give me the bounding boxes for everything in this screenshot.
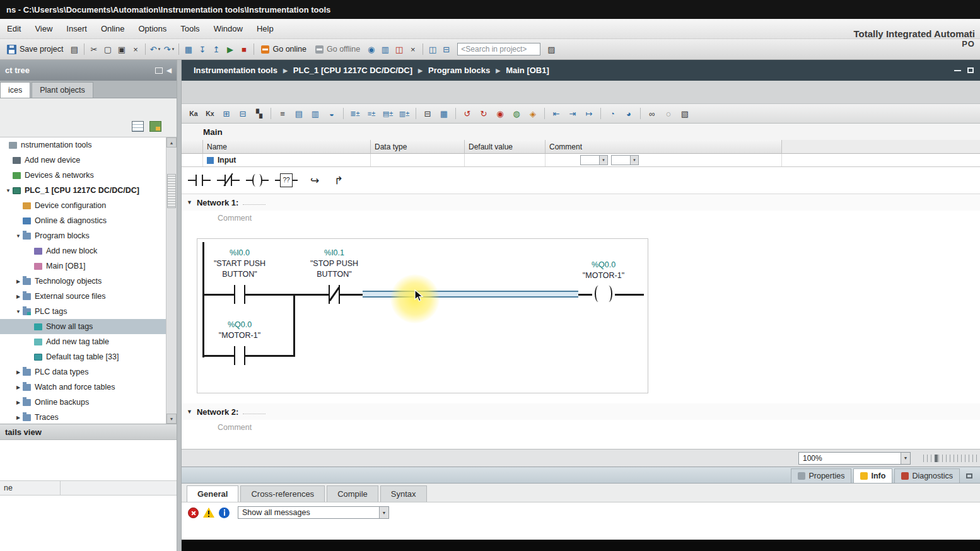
nc-contact-stop-button[interactable] (329, 285, 340, 304)
collapse-panel-icon[interactable]: ◀ (166, 67, 172, 74)
snapshot-icon[interactable]: ◌ (662, 107, 675, 120)
edit-absolute-icon[interactable]: ⇥ (566, 107, 580, 120)
operand-address[interactable]: %I0.1 (303, 248, 366, 258)
pin-panel-icon[interactable] (155, 67, 163, 74)
menu-item[interactable]: View (28, 19, 59, 38)
expander-arrow-icon[interactable]: ▶ (14, 415, 23, 420)
tree-item[interactable]: ▼ PLC_1 [CPU 1217C DC/DC/DC] (0, 183, 177, 198)
inline-dropdown[interactable]: ▼ (580, 155, 608, 165)
expand-panel-icon[interactable] (964, 468, 975, 483)
breadcrumb-segment[interactable]: ▶ PLC_1 [CPU 1217C DC/DC/DC] (283, 66, 412, 75)
message-filter-dropdown[interactable]: Show all messages ▼ (238, 506, 389, 519)
compare-offline-online-icon[interactable]: ◫ (393, 43, 405, 55)
info-filter-icon[interactable] (219, 508, 230, 518)
scroll-up-icon[interactable]: ▲ (166, 137, 177, 148)
split-columns-icon[interactable]: ▤ (292, 107, 306, 120)
status-display-icon[interactable]: ▦ (437, 107, 451, 120)
favorites-toggle-icon[interactable]: ⊟ (421, 107, 435, 120)
collapse-network-icon[interactable]: ▼ (187, 199, 192, 206)
open-comments-icon[interactable]: ▤± (381, 107, 395, 120)
network-2-comment[interactable]: Comment (182, 420, 980, 435)
tree-item[interactable]: Devices & networks (0, 168, 177, 183)
output-coil-motor[interactable] (592, 284, 615, 304)
menu-item[interactable]: Window (207, 19, 250, 38)
panel-tab[interactable]: Properties (791, 468, 851, 483)
split-editor-vertical-icon[interactable]: ◫ (426, 43, 439, 55)
tree-item[interactable]: Add new device (0, 153, 177, 168)
cut-icon[interactable]: ✂ (88, 43, 100, 55)
info-subtab[interactable]: Cross-references (240, 485, 325, 502)
tree-item[interactable]: Device configuration (0, 198, 177, 213)
print-icon[interactable]: ▤ (68, 43, 81, 55)
tree-item[interactable]: Show all tags (0, 319, 177, 334)
interface-row[interactable]: Input ▼ ▼ (182, 154, 980, 166)
chevron-down-icon[interactable]: ▼ (630, 156, 638, 165)
branch-wire[interactable] (202, 355, 295, 357)
undo-icon[interactable]: ↶▼ (149, 43, 161, 55)
tree-item[interactable]: Default tag table [33] (0, 349, 177, 364)
start-cpu-icon[interactable]: ▶ (224, 43, 236, 55)
tree-scrollbar[interactable]: ▲ ▼ (166, 137, 177, 424)
operand-name[interactable]: "STOP PUSH BUTTON" (303, 258, 366, 280)
details-view-header[interactable]: tails view (0, 424, 177, 440)
save-project-button[interactable]: Save project (3, 45, 67, 54)
nc-contact-icon[interactable] (216, 171, 241, 189)
download-to-device-icon[interactable]: ↧ (196, 43, 209, 55)
expander-arrow-icon[interactable]: ▶ (14, 294, 23, 299)
chevron-down-icon[interactable]: ▼ (901, 453, 910, 464)
split-editor-horizontal-icon[interactable]: ⊟ (440, 43, 453, 55)
operand-address[interactable]: %Q0.0 (572, 260, 635, 270)
collapse-network-icon[interactable]: ▼ (187, 409, 192, 415)
paste-icon[interactable]: ▣ (115, 43, 128, 55)
panel-tab[interactable]: Info (853, 468, 892, 483)
float-panel-icon[interactable] (967, 67, 974, 73)
symbolic-operands-icon[interactable]: Kx (203, 107, 217, 120)
empty-box-icon[interactable]: ?? (274, 171, 299, 189)
warning-filter-icon[interactable] (203, 508, 214, 518)
compile-icon[interactable]: ▦ (182, 43, 195, 55)
panel-splitter[interactable] (177, 81, 182, 551)
monitoring-on-icon[interactable]: ◔ (605, 107, 619, 120)
info-subtab[interactable]: Syntax (380, 485, 427, 502)
menu-item[interactable]: Online (94, 19, 132, 38)
column-header[interactable]: Data type (371, 140, 465, 154)
insert-connection-icon[interactable]: ▚ (252, 107, 266, 120)
tree-item[interactable]: ▼ Program blocks (0, 228, 177, 243)
breadcrumb-segment[interactable]: Instrumentation tools (188, 66, 277, 75)
tree-item[interactable]: nstrumentation tools (0, 137, 177, 153)
delete-icon[interactable]: × (129, 43, 142, 55)
network-1-comment[interactable]: Comment (182, 211, 980, 226)
tree-item[interactable]: Online & diagnostics (0, 213, 177, 228)
goto-definition-icon[interactable]: ◉ (493, 107, 507, 120)
start-simulation-icon[interactable]: ▥ (379, 43, 392, 55)
absolute-operands-icon[interactable]: Ka (187, 107, 201, 120)
library-view-icon[interactable]: ▨ (545, 43, 557, 55)
overview-icon[interactable] (149, 121, 161, 132)
expander-arrow-icon[interactable]: ▼ (4, 188, 13, 194)
expander-arrow-icon[interactable]: ▶ (14, 385, 23, 390)
merge-columns-icon[interactable]: ▥ (308, 107, 322, 120)
error-filter-icon[interactable] (188, 508, 199, 518)
tree-item[interactable]: ▶ PLC data types (0, 364, 177, 380)
copy-icon[interactable]: ▢ (102, 43, 114, 55)
tree-item[interactable]: ▶ Traces (0, 410, 177, 424)
menu-item[interactable]: Help (250, 19, 281, 38)
search-input[interactable]: <Search in project> (457, 43, 540, 55)
zoom-slider[interactable] (923, 455, 977, 462)
jump-to-start-icon[interactable]: ⇤ (549, 107, 563, 120)
go-offline-button[interactable]: Go offline (311, 45, 365, 54)
network-title-placeholder[interactable] (243, 204, 265, 205)
expander-arrow-icon[interactable]: ▶ (14, 400, 23, 405)
no-contact-icon[interactable] (187, 171, 212, 189)
close-branch-icon[interactable]: ↱ (329, 171, 348, 189)
expander-arrow-icon[interactable]: ▼ (14, 233, 23, 239)
call-structure-icon[interactable]: ∞ (645, 107, 659, 120)
upload-from-device-icon[interactable]: ↥ (210, 43, 223, 55)
tree-item[interactable]: Add new tag table (0, 334, 177, 349)
breadcrumb-segment[interactable]: ▶ Program blocks (418, 66, 490, 75)
tree-item[interactable]: Add new block (0, 243, 177, 258)
align-rows-icon[interactable]: ≡ (276, 107, 289, 120)
redo-icon[interactable]: ↷▼ (163, 43, 175, 55)
accessible-devices-icon[interactable]: ◉ (365, 43, 378, 55)
sidebar-tab[interactable]: ices (0, 82, 30, 98)
